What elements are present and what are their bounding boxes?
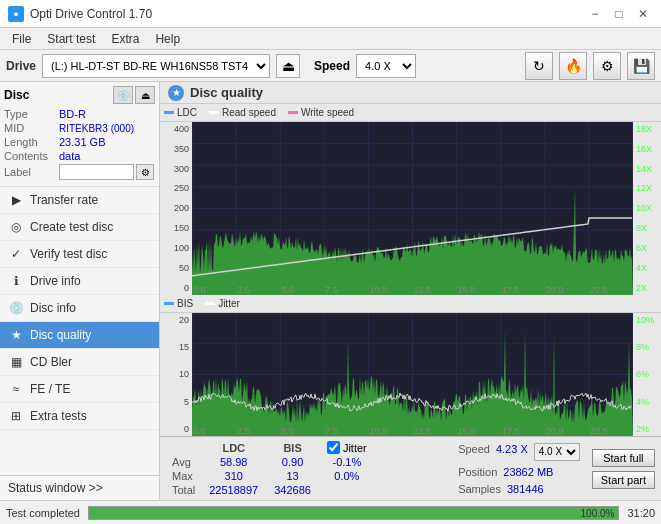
close-button[interactable]: ✕ xyxy=(633,4,653,24)
status-window-button[interactable]: Status window >> xyxy=(0,475,159,500)
write-speed-legend-label: Write speed xyxy=(301,107,354,118)
disc-icon-1[interactable]: 💿 xyxy=(113,86,133,104)
bottom-chart-legend: BIS Jitter xyxy=(160,295,661,313)
max-ldc: 310 xyxy=(201,469,266,483)
right-stats: Speed 4.23 X 4.0 X Position 23862 MB Sam… xyxy=(458,440,580,497)
stats-area: LDC BIS Jitter Avg 58.98 0.90 xyxy=(160,436,661,500)
disc-quality-header-icon: ★ xyxy=(168,85,184,101)
disc-type-label: Type xyxy=(4,108,59,120)
sidebar-item-cd-bler[interactable]: ▦ CD Bler xyxy=(0,349,159,376)
sidebar-item-extra-tests[interactable]: ⊞ Extra tests xyxy=(0,403,159,430)
avg-row: Avg 58.98 0.90 -0.1% xyxy=(166,455,375,469)
disc-contents-value: data xyxy=(59,150,80,162)
sidebar-item-fe-te[interactable]: ≈ FE / TE xyxy=(0,376,159,403)
transfer-rate-icon: ▶ xyxy=(8,192,24,208)
disc-info-icon: 💿 xyxy=(8,300,24,316)
total-label: Total xyxy=(166,483,201,497)
progress-bar-container: 100.0% xyxy=(88,506,619,520)
menu-file[interactable]: File xyxy=(4,30,39,48)
stats-table: LDC BIS Jitter Avg 58.98 0.90 xyxy=(166,440,446,497)
create-test-disc-label: Create test disc xyxy=(30,220,113,234)
sidebar-item-drive-info[interactable]: ℹ Drive info xyxy=(0,268,159,295)
sidebar-item-disc-quality[interactable]: ★ Disc quality xyxy=(0,322,159,349)
avg-label: Avg xyxy=(166,455,201,469)
jitter-checkbox[interactable] xyxy=(327,441,340,454)
menubar: File Start test Extra Help xyxy=(0,28,661,50)
legend-ldc: LDC xyxy=(164,107,197,118)
minimize-button[interactable]: − xyxy=(585,4,605,24)
app-icon: ● xyxy=(8,6,24,22)
transfer-rate-label: Transfer rate xyxy=(30,193,98,207)
disc-length-row: Length 23.31 GB xyxy=(4,136,155,148)
write-speed-legend-dot xyxy=(288,111,298,114)
disc-quality-title: Disc quality xyxy=(190,85,263,100)
sidebar-item-create-test-disc[interactable]: ◎ Create test disc xyxy=(0,214,159,241)
disc-section-title: Disc xyxy=(4,88,29,102)
legend-jitter: Jitter xyxy=(205,298,240,309)
left-panel: Disc 💿 ⏏ Type BD-R MID RITEKBR3 (000) Le… xyxy=(0,82,160,500)
sidebar-item-transfer-rate[interactable]: ▶ Transfer rate xyxy=(0,187,159,214)
sidebar-item-disc-info[interactable]: 💿 Disc info xyxy=(0,295,159,322)
time-display: 31:20 xyxy=(627,507,655,519)
disc-label-label: Label xyxy=(4,166,59,178)
jitter-column-header: Jitter xyxy=(343,442,367,454)
avg-bis: 0.90 xyxy=(266,455,319,469)
drive-select[interactable]: (L:) HL-DT-ST BD-RE WH16NS58 TST4 xyxy=(42,54,270,78)
start-full-button[interactable]: Start full xyxy=(592,449,655,467)
fe-te-label: FE / TE xyxy=(30,382,70,396)
menu-start-test[interactable]: Start test xyxy=(39,30,103,48)
refresh-button[interactable]: ↻ xyxy=(525,52,553,80)
burn-button[interactable]: 🔥 xyxy=(559,52,587,80)
app-title: Opti Drive Control 1.70 xyxy=(30,7,152,21)
toolbar: Drive (L:) HL-DT-ST BD-RE WH16NS58 TST4 … xyxy=(0,50,661,82)
settings-button[interactable]: ⚙ xyxy=(593,52,621,80)
main-area: Disc 💿 ⏏ Type BD-R MID RITEKBR3 (000) Le… xyxy=(0,82,661,500)
disc-label-input[interactable] xyxy=(59,164,134,180)
menu-extra[interactable]: Extra xyxy=(103,30,147,48)
eject-button[interactable]: ⏏ xyxy=(276,54,300,78)
drive-info-icon: ℹ xyxy=(8,273,24,289)
verify-test-disc-icon: ✓ xyxy=(8,246,24,262)
cd-bler-icon: ▦ xyxy=(8,354,24,370)
extra-tests-label: Extra tests xyxy=(30,409,87,423)
disc-quality-header: ★ Disc quality xyxy=(160,82,661,104)
max-bis: 13 xyxy=(266,469,319,483)
disc-action-icons: 💿 ⏏ xyxy=(113,86,155,104)
menu-help[interactable]: Help xyxy=(147,30,188,48)
avg-ldc: 58.98 xyxy=(201,455,266,469)
status-text: Test completed xyxy=(6,507,80,519)
maximize-button[interactable]: □ xyxy=(609,4,629,24)
ldc-column-header: LDC xyxy=(201,440,266,455)
top-chart-area: 400 350 300 250 200 150 100 50 0 18X 16X… xyxy=(160,122,661,295)
sidebar-item-verify-test-disc[interactable]: ✓ Verify test disc xyxy=(0,241,159,268)
save-button[interactable]: 💾 xyxy=(627,52,655,80)
extra-tests-icon: ⊞ xyxy=(8,408,24,424)
disc-header: Disc 💿 ⏏ xyxy=(4,86,155,104)
titlebar: ● Opti Drive Control 1.70 − □ ✕ xyxy=(0,0,661,28)
disc-mid-value: RITEKBR3 (000) xyxy=(59,123,134,134)
samples-row: Samples 381446 xyxy=(458,483,580,495)
speed-stat-select[interactable]: 4.0 X xyxy=(534,443,580,461)
disc-icon-2[interactable]: ⏏ xyxy=(135,86,155,104)
bis-legend-label: BIS xyxy=(177,298,193,309)
content-area: ★ Disc quality LDC Read speed Write spee… xyxy=(160,82,661,500)
speed-stat-label: Speed xyxy=(458,443,490,461)
empty-header xyxy=(166,440,201,455)
disc-label-button[interactable]: ⚙ xyxy=(136,164,154,180)
disc-label-row: Label ⚙ xyxy=(4,164,155,180)
bottom-chart-y-right: 10% 8% 6% 4% 2% xyxy=(633,313,661,436)
status-window-label: Status window >> xyxy=(8,481,103,495)
progress-text: 100.0% xyxy=(581,507,615,521)
create-test-disc-icon: ◎ xyxy=(8,219,24,235)
speed-select[interactable]: 4.0 X xyxy=(356,54,416,78)
ldc-legend-dot xyxy=(164,111,174,114)
top-chart-y-left: 400 350 300 250 200 150 100 50 0 xyxy=(160,122,192,295)
titlebar-controls: − □ ✕ xyxy=(585,4,653,24)
bis-column-header: BIS xyxy=(266,440,319,455)
disc-contents-row: Contents data xyxy=(4,150,155,162)
start-part-button[interactable]: Start part xyxy=(592,471,655,489)
max-label: Max xyxy=(166,469,201,483)
samples-value: 381446 xyxy=(507,483,544,495)
disc-length-value: 23.31 GB xyxy=(59,136,105,148)
disc-mid-label: MID xyxy=(4,122,59,134)
